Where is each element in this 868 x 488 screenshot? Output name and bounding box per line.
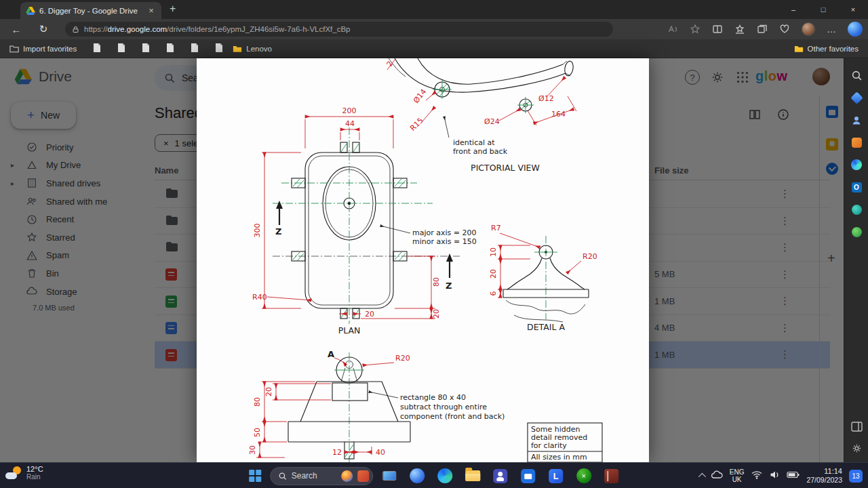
view-title: PICTORIAL VIEW — [471, 163, 540, 173]
favorite-doc-icon[interactable] — [215, 43, 223, 54]
wifi-icon[interactable] — [751, 470, 763, 483]
browser-navbar: ← ↻ https://drive.google.com/drive/folde… — [0, 19, 868, 39]
folder-outline-icon — [9, 45, 19, 53]
sidebar-teal-app-icon[interactable] — [844, 201, 868, 218]
browser-tab[interactable]: 6. Digger Toy - Google Drive × — [20, 2, 161, 19]
search-highlight-icon[interactable] — [341, 470, 353, 482]
dim-label: 44 — [345, 119, 355, 128]
taskbar-search[interactable]: Search — [270, 467, 373, 485]
favorite-folder-lenovo[interactable]: Lenovo — [233, 45, 272, 53]
screen: 6. Digger Toy - Google Drive × + – □ × ←… — [0, 0, 868, 488]
back-button[interactable]: ← — [7, 19, 26, 39]
dim-label: 50 — [253, 428, 262, 437]
dim-label: 200 — [342, 106, 357, 115]
dim-label: Ø12 — [538, 94, 554, 103]
dim-label: 20 — [432, 309, 441, 319]
start-button[interactable] — [249, 470, 261, 482]
section-label: Z — [446, 281, 452, 291]
profile-avatar[interactable] — [802, 22, 815, 36]
notification-badge[interactable]: 13 — [849, 470, 863, 483]
sidebar-outlook-icon[interactable]: O — [844, 178, 868, 196]
search-highlight-icon-2[interactable] — [357, 470, 369, 482]
dim-label: 6 — [489, 291, 498, 296]
dim-label: R20 — [395, 354, 410, 363]
read-aloud-icon[interactable] — [667, 24, 678, 35]
navbar-icon-group: … — [667, 19, 837, 39]
clock[interactable]: 11:14 27/09/2023 — [806, 467, 842, 485]
onedrive-cloud-icon[interactable] — [711, 470, 723, 482]
taskbar-center: Search L × — [245, 463, 623, 488]
dim-label: R7 — [491, 224, 501, 232]
xbox-icon[interactable]: × — [572, 464, 595, 487]
edge-icon[interactable] — [433, 464, 456, 487]
search-icon — [278, 472, 287, 481]
l-app-icon[interactable]: L — [545, 464, 568, 487]
language-indicator[interactable]: ENG UK — [730, 468, 745, 484]
add-favorite-star-icon[interactable] — [690, 24, 701, 35]
dim-label: Ø14 — [412, 87, 428, 105]
sidebar-swirl-app-icon[interactable] — [844, 156, 868, 174]
browser-menu-icon[interactable]: … — [827, 24, 837, 35]
monitor-app-icon[interactable] — [378, 464, 401, 487]
sidebar-search-icon[interactable] — [844, 66, 868, 84]
battery-icon[interactable] — [787, 470, 800, 482]
address-bar[interactable]: https://drive.google.com/drive/folders/1… — [65, 22, 613, 37]
sidebar-people-app-icon[interactable] — [844, 111, 868, 129]
reading-app-icon[interactable] — [600, 464, 623, 487]
sidebar-shopping-app-icon[interactable] — [844, 134, 868, 151]
annotation: front and back — [453, 147, 508, 156]
tray-expand-chevron-icon[interactable] — [698, 473, 706, 481]
front-view: A R20 — [248, 349, 505, 462]
favorite-doc-icon[interactable] — [166, 43, 174, 54]
browser-viewport: Drive Search in Drive ? glow + New Share… — [0, 58, 868, 462]
sidebar-green-app-icon[interactable] — [844, 223, 868, 241]
weather-widget[interactable]: 12°C Rain — [5, 465, 43, 481]
dim-label: 80 — [432, 277, 441, 287]
detail-a-view: 10 20 6 R7 R20 DETAIL A — [489, 224, 597, 332]
browser-essentials-icon[interactable] — [779, 24, 790, 35]
dim-label: 30 — [248, 445, 257, 455]
favorite-doc-icon[interactable] — [93, 43, 101, 54]
dim-label: 300 — [253, 224, 262, 238]
favorite-doc-icon[interactable] — [117, 43, 125, 54]
taskbar: 12°C Rain Search L × — [0, 462, 868, 488]
close-window-button[interactable]: × — [838, 0, 868, 19]
weather-temp: 12°C — [26, 465, 43, 473]
annotation: identical at — [453, 138, 495, 147]
teams-icon[interactable] — [489, 464, 512, 487]
favorite-doc-icon[interactable] — [142, 43, 150, 54]
drive-favicon — [26, 6, 35, 16]
favorites-bar-icon[interactable] — [734, 24, 745, 35]
sidebar-panel-toggle-icon[interactable] — [844, 418, 868, 435]
volume-icon[interactable] — [770, 470, 780, 482]
copilot-icon[interactable] — [848, 22, 863, 37]
note-text: All sizes in mm — [531, 453, 587, 462]
collections-icon[interactable] — [757, 24, 768, 35]
dim-label: 10 — [489, 247, 498, 257]
sidebar-settings-gear-icon[interactable] — [844, 439, 868, 457]
new-tab-button[interactable]: + — [170, 3, 176, 15]
weather-icon — [5, 466, 22, 481]
tab-close-icon[interactable]: × — [146, 5, 156, 16]
folder-icon — [233, 45, 242, 53]
document-preview-page[interactable]: 2 Ø14 R15 Ø24 Ø12 164 identical at front… — [197, 58, 649, 462]
maximize-button[interactable]: □ — [808, 0, 838, 19]
tab-title: 6. Digger Toy - Google Drive — [39, 7, 142, 15]
dim-label: R40 — [252, 293, 267, 302]
copilot-taskbar-icon[interactable] — [406, 464, 429, 487]
favorites-bar: Import favorites Lenovo Other favorites — [0, 39, 868, 58]
file-explorer-icon[interactable] — [461, 464, 484, 487]
import-favorites-button[interactable]: Import favorites — [9, 45, 77, 53]
lock-icon — [72, 25, 79, 34]
folder-icon — [794, 45, 804, 53]
store-icon[interactable] — [517, 464, 540, 487]
dim-label: R20 — [583, 252, 597, 261]
dim-label: 80 — [253, 397, 262, 407]
minimize-button[interactable]: – — [778, 0, 808, 19]
dim-label: 40 — [376, 448, 385, 457]
refresh-button[interactable]: ↻ — [34, 19, 53, 39]
split-screen-icon[interactable] — [712, 24, 723, 35]
other-favorites-button[interactable]: Other favorites — [794, 45, 859, 53]
favorite-doc-icon[interactable] — [191, 43, 199, 54]
sidebar-diamond-app-icon[interactable] — [844, 89, 868, 106]
